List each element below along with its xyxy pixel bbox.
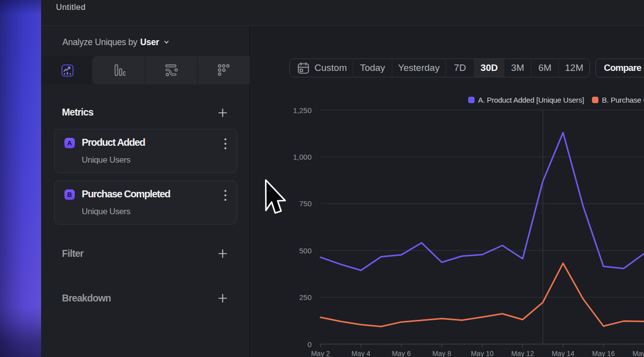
svg-text:500: 500 xyxy=(299,246,312,255)
svg-text:May 18: May 18 xyxy=(633,350,644,357)
svg-text:May 16: May 16 xyxy=(592,350,615,357)
svg-text:May 6: May 6 xyxy=(392,350,411,357)
svg-text:May 10: May 10 xyxy=(471,350,493,357)
svg-text:750: 750 xyxy=(299,199,312,208)
svg-text:May 4: May 4 xyxy=(352,350,371,357)
svg-text:May 8: May 8 xyxy=(432,350,451,357)
svg-text:1,000: 1,000 xyxy=(293,153,312,161)
svg-text:May 2: May 2 xyxy=(311,350,330,357)
svg-text:0: 0 xyxy=(308,340,312,349)
svg-text:May 14: May 14 xyxy=(552,350,575,357)
svg-text:May 12: May 12 xyxy=(511,350,534,357)
svg-text:250: 250 xyxy=(299,293,312,301)
svg-text:1,250: 1,250 xyxy=(293,106,312,115)
